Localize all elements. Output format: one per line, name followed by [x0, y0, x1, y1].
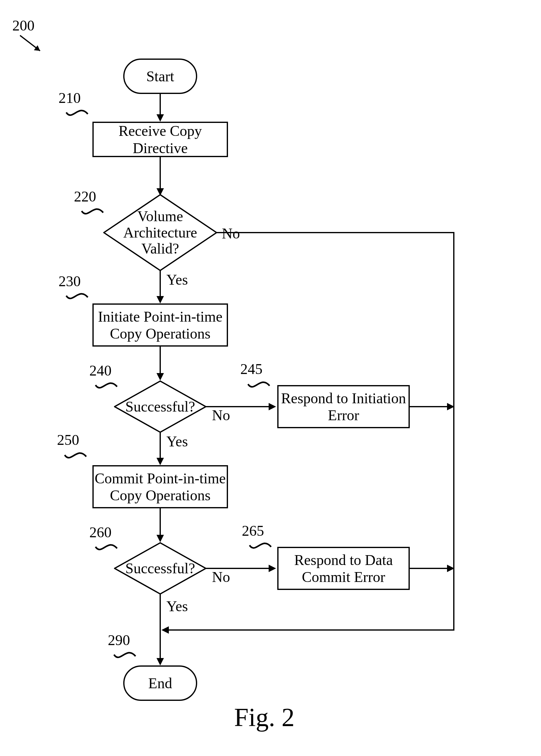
decision-260: Successful?: [114, 542, 207, 594]
edge-merge-arrow: [160, 624, 222, 636]
process-210: Receive Copy Directive: [92, 122, 228, 157]
process-265-text: Respond to Data Commit Error: [294, 552, 393, 585]
ref-210: 210: [59, 89, 81, 106]
svg-marker-1: [34, 45, 40, 51]
edge-250-to-260: [154, 508, 166, 544]
svg-marker-26: [447, 403, 454, 410]
svg-marker-24: [162, 626, 169, 634]
ref-265: 265: [242, 522, 264, 539]
edge-210-to-220: [154, 157, 166, 197]
squiggle-290: [113, 647, 140, 665]
decision-220: Volume Architecture Valid?: [103, 194, 217, 271]
svg-marker-8: [157, 296, 164, 303]
ref-220: 220: [74, 188, 96, 205]
process-230-text: Initiate Point-in-time Copy Operations: [98, 308, 223, 342]
edge-label-260-yes: Yes: [166, 598, 188, 614]
squiggle-265: [248, 538, 276, 556]
svg-marker-20: [269, 565, 276, 572]
terminator-start: Start: [123, 59, 197, 94]
edge-label-220-yes: Yes: [166, 271, 188, 288]
figure-ref-200: 200: [12, 17, 35, 34]
terminator-end-text: End: [148, 675, 172, 692]
ref-240: 240: [89, 362, 112, 379]
svg-line-0: [20, 35, 40, 51]
process-210-text: Receive Copy Directive: [94, 122, 227, 156]
edge-label-220-no: No: [222, 225, 240, 242]
process-265: Respond to Data Commit Error: [277, 547, 410, 590]
flowchart-figure: 200 Start 210 Receive Copy Directive 220…: [0, 0, 541, 756]
svg-marker-15: [157, 458, 164, 465]
ref-260: 260: [89, 524, 112, 541]
decision-240: Successful?: [114, 380, 207, 433]
edge-start-to-210: [154, 94, 166, 123]
edge-label-240-no: No: [212, 407, 230, 424]
terminator-end: End: [123, 665, 197, 701]
decision-260-text: Successful?: [125, 561, 195, 577]
terminator-start-text: Start: [146, 68, 174, 85]
edge-265-to-rail: [410, 562, 459, 574]
process-245: Respond to Initiation Error: [277, 385, 410, 428]
svg-marker-13: [269, 403, 276, 410]
edge-245-to-rail: [410, 401, 459, 413]
svg-marker-10: [157, 373, 164, 380]
process-250: Commit Point-in-time Copy Operations: [92, 465, 228, 508]
squiggle-250: [63, 447, 91, 466]
ref-250: 250: [57, 431, 79, 448]
figure-ref-200-arrow: [12, 31, 49, 59]
edge-240-to-250: [154, 432, 166, 467]
process-245-text: Respond to Initiation Error: [281, 390, 406, 424]
squiggle-230: [65, 288, 92, 306]
ref-245: 245: [240, 360, 263, 377]
ref-230: 230: [59, 273, 81, 290]
edge-label-260-no: No: [212, 568, 230, 585]
squiggle-210: [65, 105, 92, 123]
svg-marker-17: [157, 535, 164, 542]
decision-220-text: Volume Architecture Valid?: [123, 208, 197, 257]
edge-230-to-240: [154, 347, 166, 382]
edge-220-to-230: [154, 270, 166, 305]
edge-label-240-yes: Yes: [166, 433, 188, 450]
svg-marker-28: [447, 565, 454, 572]
svg-marker-3: [157, 114, 164, 122]
ref-290: 290: [108, 631, 130, 648]
squiggle-245: [247, 376, 274, 395]
process-250-text: Commit Point-in-time Copy Operations: [95, 470, 226, 504]
edge-260-to-end: [154, 594, 166, 667]
process-230: Initiate Point-in-time Copy Operations: [92, 303, 228, 347]
decision-240-text: Successful?: [125, 399, 195, 415]
svg-marker-22: [157, 658, 164, 665]
figure-caption: Fig. 2: [234, 702, 294, 732]
